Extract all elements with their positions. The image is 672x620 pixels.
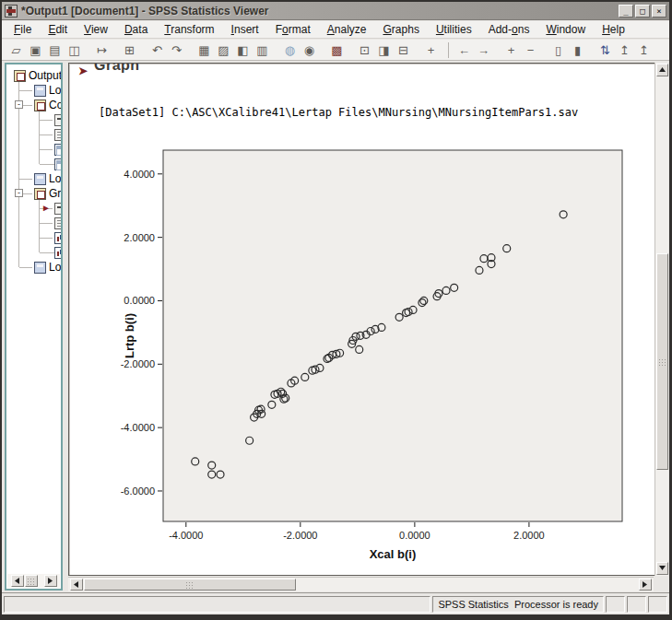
log-icon <box>34 85 46 97</box>
outline-item-lo[interactable]: Lo <box>34 260 61 275</box>
outline-item[interactable] <box>54 112 61 127</box>
undo-icon[interactable]: ↶ <box>147 41 167 59</box>
outline-item[interactable] <box>54 216 61 230</box>
app-icon <box>5 5 18 18</box>
show-all-variables-icon[interactable]: ◉ <box>300 41 319 59</box>
variable-info-icon[interactable]: ▥ <box>253 41 272 59</box>
outline-item-label: Output <box>29 69 61 82</box>
insert-heading-icon[interactable]: + <box>421 41 441 59</box>
menu-file[interactable]: File <box>6 21 40 38</box>
recall-dialogs-icon[interactable]: ⊞ <box>120 41 139 59</box>
use-sets-icon[interactable]: ◍ <box>280 41 300 59</box>
export-output-icon[interactable]: ↦ <box>92 41 112 59</box>
tree-guide-line <box>39 111 40 164</box>
title-bar[interactable]: *Output1 [Document1] - SPSS Statistics V… <box>2 2 669 20</box>
goto-case-icon[interactable]: ▨ <box>214 41 233 59</box>
demote-outline-icon[interactable]: ↥ <box>634 41 654 59</box>
outline-tree: OutputLoCo-LoGra-►Lo <box>6 64 61 574</box>
outline-item[interactable] <box>54 127 61 142</box>
tree-guide-line <box>18 81 19 267</box>
redo-icon[interactable]: ↷ <box>167 41 186 59</box>
menu-insert[interactable]: Insert <box>223 21 267 38</box>
outline-horizontal-scrollbar[interactable] <box>7 574 60 588</box>
tree-collapse-toggle[interactable]: - <box>15 189 23 197</box>
maximize-button[interactable]: □ <box>635 5 650 18</box>
outline-item-lo[interactable]: Lo <box>34 171 61 186</box>
scroll-left-button[interactable] <box>11 575 24 587</box>
outline-item-output[interactable]: Output <box>14 68 61 83</box>
menu-format[interactable]: Format <box>267 21 319 38</box>
scrollbar-thumb[interactable] <box>656 253 668 470</box>
scatter-chart[interactable]: 4.00002.00000.0000-2.0000-4.0000-6.0000-… <box>117 141 647 569</box>
scroll-down-button[interactable] <box>656 562 668 575</box>
log-icon <box>34 173 46 185</box>
viewer-body: OutputLoCo-LoGra-►Lo ➤ Graph [DataSet1] … <box>2 61 669 591</box>
tree-collapse-toggle[interactable]: - <box>15 100 23 109</box>
goto-data-icon[interactable]: ▦ <box>195 41 214 59</box>
tree-guide-line <box>40 238 53 239</box>
content-pane[interactable]: ➤ Graph [DataSet1] C:\ASC\XCalibre41\Ler… <box>68 63 658 576</box>
outline-item-gra[interactable]: Gra <box>34 186 61 201</box>
menu-view[interactable]: View <box>76 21 116 38</box>
hide-output-icon[interactable]: ▮ <box>568 41 587 59</box>
outline-item-label: Lo <box>49 84 61 97</box>
plot-frame <box>163 150 622 521</box>
menu-addons[interactable]: Add-ons <box>480 21 538 38</box>
print-preview-icon[interactable]: ◫ <box>65 41 84 59</box>
scrollbar-thumb[interactable] <box>25 575 38 587</box>
outline-item-label: Lo <box>49 172 61 185</box>
dataset-path-text: [DataSet1] C:\ASC\XCalibre41\Lertap File… <box>99 106 578 119</box>
open-icon[interactable]: ▱ <box>6 41 26 59</box>
designate-window-icon[interactable]: ◨ <box>374 41 394 59</box>
print-icon[interactable]: ▤ <box>45 41 65 59</box>
scrollbar-thumb[interactable] <box>84 579 296 591</box>
tree-guide-line <box>19 267 32 268</box>
outline-item-co[interactable]: Co <box>34 98 61 112</box>
scatter-plot-svg: 4.00002.00000.0000-2.0000-4.0000-6.0000-… <box>117 141 647 569</box>
insert-page-break-icon[interactable]: ⊟ <box>394 41 413 59</box>
outline-item[interactable] <box>54 142 61 157</box>
vertical-scrollbar[interactable] <box>654 63 668 576</box>
table-icon <box>54 144 61 156</box>
menu-window[interactable]: Window <box>537 21 594 38</box>
scroll-right-button[interactable] <box>44 575 57 587</box>
menu-data[interactable]: Data <box>116 21 156 38</box>
output-node-icon <box>34 188 46 200</box>
go-forward-icon[interactable]: → <box>474 41 493 59</box>
outline-item-lo[interactable]: Lo <box>34 83 61 98</box>
title-icon <box>54 203 61 215</box>
toolbar-divider <box>448 42 449 58</box>
collapse-outline-icon[interactable]: ⇅ <box>595 41 615 59</box>
menu-help[interactable]: Help <box>594 21 633 38</box>
outline-item[interactable] <box>54 245 61 260</box>
menu-utilities[interactable]: Utilities <box>428 21 480 38</box>
minimize-button[interactable]: _ <box>619 5 633 18</box>
save-icon[interactable]: ▣ <box>26 41 45 59</box>
select-last-output-icon[interactable]: ⊡ <box>355 41 374 59</box>
menu-transform[interactable]: Transform <box>156 21 222 38</box>
scroll-left-button[interactable] <box>70 579 83 591</box>
outline-item[interactable] <box>54 230 61 245</box>
tree-guide-line <box>40 149 53 150</box>
variables-icon[interactable]: ◧ <box>233 41 253 59</box>
show-output-icon[interactable]: ▯ <box>548 41 568 59</box>
output-node-icon <box>34 99 46 111</box>
scroll-right-button[interactable] <box>639 579 652 591</box>
x-tick-label: -4.0000 <box>169 530 203 541</box>
go-back-icon[interactable]: ← <box>454 41 474 59</box>
horizontal-scrollbar[interactable] <box>68 577 654 591</box>
y-tick-label: 0.0000 <box>124 295 155 306</box>
expand-output-icon[interactable]: + <box>501 41 521 59</box>
menu-graphs[interactable]: Graphs <box>374 21 427 38</box>
run-script-icon[interactable]: ▩ <box>327 41 347 59</box>
close-button[interactable]: × <box>652 5 666 18</box>
table-icon <box>54 158 61 170</box>
scroll-up-button[interactable] <box>656 64 668 76</box>
outline-item[interactable] <box>54 201 61 216</box>
spss-viewer-window: *Output1 [Document1] - SPSS Statistics V… <box>0 0 672 620</box>
menu-analyze[interactable]: Analyze <box>319 21 375 38</box>
promote-outline-icon[interactable]: ↥ <box>615 41 634 59</box>
collapse-output-icon[interactable]: − <box>521 41 540 59</box>
outline-item[interactable] <box>54 157 61 171</box>
menu-edit[interactable]: Edit <box>40 21 76 38</box>
